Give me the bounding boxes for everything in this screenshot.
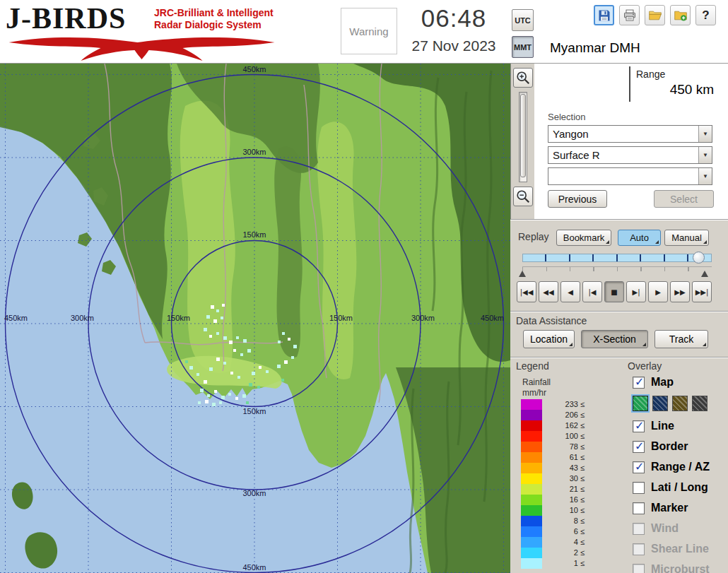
timeline-start-marker[interactable]	[519, 271, 526, 277]
select-button[interactable]: Select	[654, 190, 714, 208]
step-forward-button[interactable]: ▶|	[626, 281, 646, 302]
legend-unit-line1: Rainfall	[522, 377, 551, 387]
stop-button[interactable]: ■	[604, 281, 624, 302]
overlay-item-border[interactable]: Border	[633, 439, 724, 454]
map-color-swatch-charcoal[interactable]	[692, 396, 708, 411]
timeline-end-marker[interactable]	[701, 271, 708, 277]
zoom-out-button[interactable]	[513, 187, 533, 206]
checkbox[interactable]	[633, 502, 645, 514]
auto-button[interactable]: Auto	[618, 230, 661, 246]
overlay-item-lati-long[interactable]: Lati / Long	[633, 480, 724, 495]
replay-timeline[interactable]	[522, 254, 712, 262]
range-label-w150: 150km	[167, 314, 190, 322]
legend-entry: 2 ≤	[521, 548, 585, 558]
range-label-e450: 450km	[481, 314, 504, 322]
extra-dropdown-value	[548, 168, 698, 184]
product-dropdown-value: Surface R	[548, 147, 698, 163]
overlay-list: MapLineBorderRange / AZLati / LongMarker…	[633, 374, 724, 573]
timezone-toggle: UTC MMT	[512, 9, 534, 63]
legend-entry: 10 ≤	[521, 505, 585, 516]
help-button[interactable]: ?	[695, 5, 716, 25]
overlay-item-line[interactable]: Line	[633, 418, 724, 434]
checkbox[interactable]	[633, 461, 645, 473]
open-folder-icon	[648, 8, 662, 23]
site-dropdown[interactable]: Yangon ▼	[548, 125, 712, 143]
range-label-s450: 450km	[242, 563, 266, 572]
map-color-swatch-navy[interactable]	[652, 396, 668, 411]
timeline-thumb[interactable]	[693, 252, 705, 264]
legend-value-label: 1 ≤	[552, 558, 585, 569]
station-name: Myanmar DMH	[550, 40, 640, 56]
legend-entry: 100 ≤	[521, 431, 585, 442]
radar-map[interactable]: 450km 300km 150km 150km 300km 450km 450k…	[0, 64, 510, 573]
legend-color-swatch	[521, 410, 542, 420]
zoom-out-icon	[515, 189, 531, 204]
legend-value-label: 61 ≤	[552, 452, 585, 463]
chevron-down-icon[interactable]: ▼	[698, 126, 712, 142]
bookmark-button[interactable]: Bookmark	[556, 230, 611, 246]
legend-value-label: 162 ≤	[552, 420, 585, 431]
play-button[interactable]: ▶	[648, 281, 668, 302]
legend-entry: 30 ≤	[521, 473, 585, 484]
play-reverse-button[interactable]: ◀	[560, 281, 580, 302]
new-button[interactable]	[670, 5, 691, 25]
toolbar: ?	[594, 5, 716, 25]
legend-entry: 1 ≤	[521, 558, 585, 569]
print-button[interactable]	[619, 5, 640, 25]
save-button[interactable]	[594, 5, 614, 25]
legend-value-label: 43 ≤	[552, 463, 585, 473]
legend-color-swatch	[521, 473, 542, 484]
jump-start-button[interactable]: |◀◀	[517, 281, 536, 302]
overlay-item-label: Marker	[651, 502, 688, 514]
manual-button[interactable]: Manual	[664, 230, 709, 246]
map-color-swatch-olive[interactable]	[672, 396, 688, 411]
step-back-button[interactable]: |◀	[582, 281, 602, 302]
jump-end-button[interactable]: ▶▶|	[692, 281, 712, 302]
legend-entry: 78 ≤	[521, 442, 585, 452]
map-color-swatch-green[interactable]	[633, 396, 648, 411]
location-button[interactable]: Location	[523, 330, 575, 348]
legend-color-swatch	[521, 463, 542, 473]
x-section-button[interactable]: X-Section	[581, 330, 648, 348]
data-assistance-panel: Data Assistance LocationX-SectionTrack	[510, 311, 728, 357]
legend-value-label: 10 ≤	[552, 505, 585, 516]
fast-forward-button[interactable]: ▶▶	[670, 281, 690, 302]
logo-subtitle-line1: JRC-Brilliant & Intelligent	[154, 7, 274, 19]
extra-dropdown[interactable]: ▼	[548, 167, 712, 185]
overlay-item-range-az[interactable]: Range / AZ	[633, 459, 724, 475]
legend-value-label: 8 ≤	[552, 516, 585, 526]
legend-value-label: 2 ≤	[552, 548, 585, 558]
replay-label: Replay	[518, 231, 549, 242]
overlay-title: Overlay	[628, 360, 662, 372]
legend-entry: 16 ≤	[521, 495, 585, 505]
legend-color-swatch	[521, 548, 542, 558]
chevron-down-icon[interactable]: ▼	[698, 147, 712, 163]
product-dropdown[interactable]: Surface R ▼	[548, 146, 712, 164]
legend-list: 233 ≤206 ≤162 ≤100 ≤78 ≤61 ≤43 ≤30 ≤21 ≤…	[521, 399, 585, 569]
legend-entry: 233 ≤	[521, 399, 585, 410]
app-logo: J-BIRDS JRC-Brilliant & Intelligent Rada…	[6, 1, 288, 62]
chevron-down-icon[interactable]: ▼	[698, 168, 712, 184]
overlay-item-label: Microburst	[651, 563, 710, 573]
fast-rewind-button[interactable]: ◀◀	[539, 281, 558, 302]
utc-button[interactable]: UTC	[512, 9, 534, 31]
legend-value-label: 233 ≤	[552, 399, 585, 410]
zoom-in-button[interactable]	[513, 68, 533, 88]
open-button[interactable]	[645, 5, 665, 25]
checkbox[interactable]	[633, 482, 645, 494]
checkbox[interactable]	[633, 441, 645, 453]
warning-label: Warning	[349, 25, 388, 37]
overlay-item-map[interactable]: Map	[633, 374, 724, 390]
previous-button[interactable]: Previous	[548, 190, 607, 208]
warning-indicator[interactable]: Warning	[341, 8, 397, 54]
track-button[interactable]: Track	[654, 330, 708, 348]
checkbox[interactable]	[633, 420, 645, 432]
timeline-subtrack	[522, 266, 712, 271]
range-label-n450: 450km	[242, 65, 266, 73]
zoom-slider-thumb[interactable]	[520, 94, 526, 177]
overlay-item-marker[interactable]: Marker	[633, 500, 724, 516]
mmt-button[interactable]: MMT	[512, 36, 534, 58]
range-label-s300: 300km	[242, 489, 266, 497]
zoom-slider[interactable]	[519, 92, 527, 182]
checkbox[interactable]	[633, 377, 645, 389]
